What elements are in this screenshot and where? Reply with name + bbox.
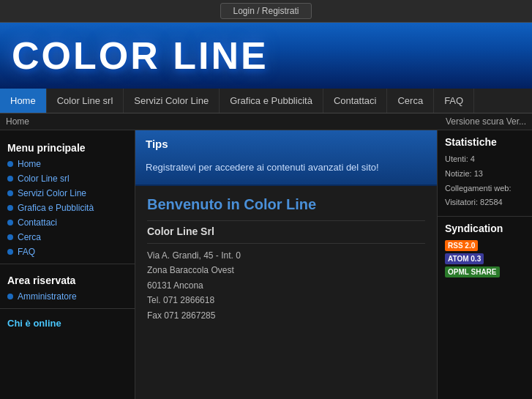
address-line-4: Tel. 071 2866618: [147, 293, 425, 307]
sidebar-label-faq: FAQ: [18, 247, 35, 257]
top-bar: Login / Registrati: [0, 0, 532, 23]
main-layout: Menu principale Home Color Line srl Serv…: [0, 130, 532, 399]
address-line-5: Fax 071 2867285: [147, 308, 425, 323]
sidebar-label-contattaci: Contattaci: [18, 217, 57, 228]
site-title: COLOR LINE: [12, 34, 269, 78]
stats-utenti: Utenti: 4: [445, 152, 525, 167]
welcome-title: Benvenuto in Color Line: [147, 196, 425, 213]
sidebar-item-faq[interactable]: FAQ: [0, 245, 135, 259]
sidebar: Menu principale Home Color Line srl Serv…: [0, 130, 135, 399]
header: COLOR LINE: [0, 23, 532, 89]
address-line-2: Zona Baraccola Ovest: [147, 263, 425, 277]
sidebar-label-cerca: Cerca: [18, 232, 41, 242]
content-area: Tips Registratevi per accedere ai conten…: [135, 130, 437, 399]
address-line-1: Via A. Grandi, 45 - Int. 0: [147, 248, 425, 263]
nav-home[interactable]: Home: [0, 89, 47, 113]
bullet-icon: [7, 294, 13, 299]
rss-badges: RSS 2.0 ATOM 0.3 OPML SHARE: [445, 240, 525, 277]
sidebar-label-admin: Amministratore: [18, 291, 77, 302]
sidebar-item-color-line-srl[interactable]: Color Line srl: [0, 171, 135, 186]
nav-contattaci[interactable]: Contattaci: [323, 89, 388, 113]
sidebar-item-admin[interactable]: Amministratore: [0, 289, 135, 304]
sidebar-item-grafica[interactable]: Grafica e Pubblicità: [0, 201, 135, 215]
syndication-box: Syndication RSS 2.0 ATOM 0.3 OPML SHARE: [438, 217, 532, 283]
nav-cerca[interactable]: Cerca: [387, 89, 434, 113]
address-line-3: 60131 Ancona: [147, 278, 425, 293]
address-divider: [147, 243, 425, 244]
atom-badge[interactable]: ATOM 0.3: [445, 253, 484, 264]
stats-collegamenti: Collegamenti web:: [445, 182, 525, 196]
sidebar-label-grafica: Grafica e Pubblicità: [18, 203, 94, 213]
bullet-icon: [7, 205, 13, 211]
right-panel: Statistiche Utenti: 4 Notizie: 13 Colleg…: [437, 130, 532, 399]
opml-badge[interactable]: OPML SHARE: [445, 266, 500, 277]
sidebar-menu-title: Menu principale: [0, 136, 135, 157]
bullet-icon: [7, 220, 13, 225]
sidebar-item-contattaci[interactable]: Contattaci: [0, 215, 135, 230]
welcome-divider: [147, 220, 425, 221]
sidebar-online-title: Chi è online: [0, 313, 135, 332]
bullet-icon: [7, 249, 13, 255]
breadcrumb-bar: Home Versione scura Ver...: [0, 113, 532, 130]
login-register-button[interactable]: Login / Registrati: [220, 3, 311, 19]
bullet-icon: [7, 161, 13, 167]
sidebar-area-title: Area riservata: [0, 269, 135, 289]
sidebar-label-servizi: Servizi Color Line: [18, 188, 86, 198]
nav-grafica[interactable]: Grafica e Pubblicità: [220, 89, 323, 113]
stats-title: Statistiche: [445, 136, 525, 148]
breadcrumb-current: Home: [6, 116, 29, 127]
sidebar-divider-2: [0, 308, 135, 309]
address-block: Via A. Grandi, 45 - Int. 0 Zona Baraccol…: [147, 248, 425, 323]
nav-color-line-srl[interactable]: Color Line srl: [47, 89, 124, 113]
tips-box: Tips Registratevi per accedere ai conten…: [135, 130, 437, 186]
stats-box: Statistiche Utenti: 4 Notizie: 13 Colleg…: [438, 130, 532, 217]
bullet-icon: [7, 176, 13, 182]
sidebar-item-servizi[interactable]: Servizi Color Line: [0, 186, 135, 201]
sidebar-label-color-line-srl: Color Line srl: [18, 174, 70, 184]
syndication-title: Syndication: [445, 223, 525, 234]
bullet-icon: [7, 190, 13, 196]
rss-badge[interactable]: RSS 2.0: [445, 240, 478, 251]
sidebar-divider: [0, 264, 135, 264]
tips-title: Tips: [146, 138, 427, 150]
tips-text: Registratevi per accedere ai contenuti a…: [146, 157, 427, 177]
bullet-icon: [7, 234, 13, 240]
welcome-section: Benvenuto in Color Line Color Line Srl V…: [135, 186, 437, 333]
sidebar-label-home: Home: [18, 159, 41, 169]
nav-faq[interactable]: FAQ: [434, 89, 474, 113]
stats-visitatori: Visitatori: 82584: [445, 195, 525, 210]
version-toggle[interactable]: Versione scura Ver...: [446, 116, 526, 127]
sidebar-item-cerca[interactable]: Cerca: [0, 230, 135, 245]
nav-bar: Home Color Line srl Servizi Color Line G…: [0, 89, 532, 113]
stats-notizie: Notizie: 13: [445, 167, 525, 182]
nav-servizi[interactable]: Servizi Color Line: [124, 89, 220, 113]
company-name: Color Line Srl: [147, 225, 425, 237]
sidebar-item-home[interactable]: Home: [0, 157, 135, 171]
